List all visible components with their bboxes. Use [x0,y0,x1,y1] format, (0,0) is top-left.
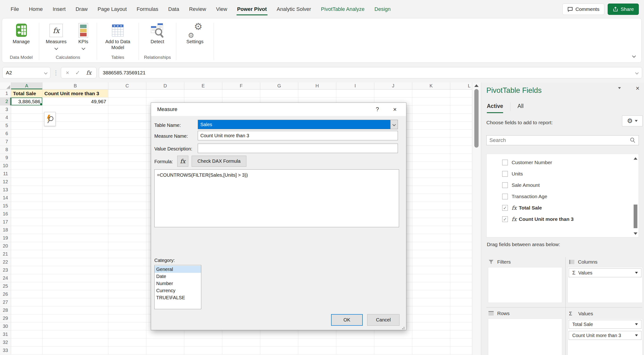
cell-B12[interactable] [42,178,108,186]
row-header-1[interactable]: 1 [0,90,11,98]
formula-input[interactable]: 3886585.73569121 [99,67,642,78]
table-name-combo[interactable]: Sales [198,120,398,129]
tab-active[interactable]: Active [487,103,503,111]
cell-B22[interactable] [42,258,108,266]
cell-K11[interactable] [412,170,450,178]
cell-K23[interactable] [412,266,450,274]
cell-E31[interactable] [184,330,222,338]
cell-D32[interactable] [146,338,184,346]
cell-K29[interactable] [412,314,450,322]
cell-B25[interactable] [42,282,108,290]
column-header-H[interactable]: H [298,82,336,89]
values-chip-count-unit-more-than-3[interactable]: Count Unit more than 3 [569,331,642,340]
row-header-32[interactable]: 32 [0,338,11,346]
cell-L14[interactable] [450,194,472,202]
cell-A11[interactable] [11,170,42,178]
column-header-B[interactable]: B [42,82,108,89]
category-item-general[interactable]: General [154,266,201,273]
cell-A17[interactable] [11,218,42,226]
cell-K28[interactable] [412,306,450,314]
cell-K3[interactable] [412,106,450,114]
resize-grip[interactable] [402,325,406,329]
tab-review[interactable]: Review [184,0,211,18]
cell-C31[interactable] [108,330,146,338]
cell-L6[interactable] [450,130,472,138]
cell-B24[interactable] [42,274,108,282]
cell-C12[interactable] [108,178,146,186]
scroll-up-icon[interactable] [474,84,478,87]
cell-K4[interactable] [412,114,450,122]
cell-F31[interactable] [222,330,260,338]
cell-L4[interactable] [450,114,472,122]
confirm-entry-icon[interactable]: ✓ [75,70,80,76]
row-header-11[interactable]: 11 [0,170,11,178]
cell-B16[interactable] [42,210,108,218]
cell-K9[interactable] [412,154,450,162]
checkbox-checked[interactable]: ✓ [502,205,508,211]
cell-B27[interactable] [42,298,108,306]
column-header-K[interactable]: K [412,82,450,89]
cell-B33[interactable] [42,346,108,354]
cell-A23[interactable] [11,266,42,274]
dax-formula-textarea[interactable]: =COUNTROWS(FILTER(Sales,[Units] > 3)) [154,169,399,227]
cancel-button[interactable]: Cancel [367,314,400,326]
column-header-I[interactable]: I [336,82,374,89]
cell-I32[interactable] [336,338,374,346]
cell-K25[interactable] [412,282,450,290]
cell-C16[interactable] [108,210,146,218]
cell-A5[interactable] [11,122,42,130]
cell-B31[interactable] [42,330,108,338]
cell-L13[interactable] [450,186,472,194]
checkbox-unchecked[interactable] [502,182,508,188]
cell-C29[interactable] [108,314,146,322]
cell-A22[interactable] [11,258,42,266]
insert-function-button[interactable]: fx [177,156,188,167]
row-header-9[interactable]: 9 [0,154,11,162]
cell-C4[interactable] [108,114,146,122]
row-header-16[interactable]: 16 [0,210,11,218]
cell-D31[interactable] [146,330,184,338]
cell-L28[interactable] [450,306,472,314]
category-item-number[interactable]: Number [154,280,201,287]
cell-C27[interactable] [108,298,146,306]
comments-button[interactable]: Comments [562,4,604,15]
cell-C21[interactable] [108,250,146,258]
row-header-7[interactable]: 7 [0,138,11,146]
tab-design[interactable]: Design [370,0,396,18]
row-header-18[interactable]: 18 [0,226,11,234]
rows-drop-area[interactable] [488,319,562,355]
checkbox-checked[interactable]: ✓ [502,216,508,222]
row-header-25[interactable]: 25 [0,282,11,290]
scrollbar-thumb[interactable] [634,205,638,228]
columns-chip-values[interactable]: ΣValues [569,268,642,277]
cell-L16[interactable] [450,210,472,218]
cell-C30[interactable] [108,322,146,330]
row-header-6[interactable]: 6 [0,130,11,138]
insert-function-icon[interactable]: fx [86,70,91,76]
cell-B18[interactable] [42,226,108,234]
cell-A28[interactable] [11,306,42,314]
values-drop-area[interactable]: Total SaleCount Unit more than 3 [568,319,642,355]
cell-L20[interactable] [450,242,472,250]
row-header-2[interactable]: 2 [0,98,11,106]
cell-K30[interactable] [412,322,450,330]
cell-K1[interactable] [412,90,450,98]
row-header-3[interactable]: 3 [0,106,11,114]
cell-A10[interactable] [11,162,42,170]
cell-B32[interactable] [42,338,108,346]
cell-L23[interactable] [450,266,472,274]
cell-L22[interactable] [450,258,472,266]
tools-button[interactable]: ⚙ [622,116,642,126]
cell-K12[interactable] [412,178,450,186]
cell-L32[interactable] [450,338,472,346]
cell-A14[interactable] [11,194,42,202]
column-header-C[interactable]: C [108,82,146,89]
kpis-button[interactable]: KPIs [72,21,95,50]
cell-C15[interactable] [108,202,146,210]
cell-C24[interactable] [108,274,146,282]
cell-B15[interactable] [42,202,108,210]
cell-I1[interactable] [336,90,374,98]
column-header-E[interactable]: E [184,82,222,89]
manage-button[interactable]: Manage [13,21,30,45]
name-box[interactable]: A2 [2,67,50,78]
